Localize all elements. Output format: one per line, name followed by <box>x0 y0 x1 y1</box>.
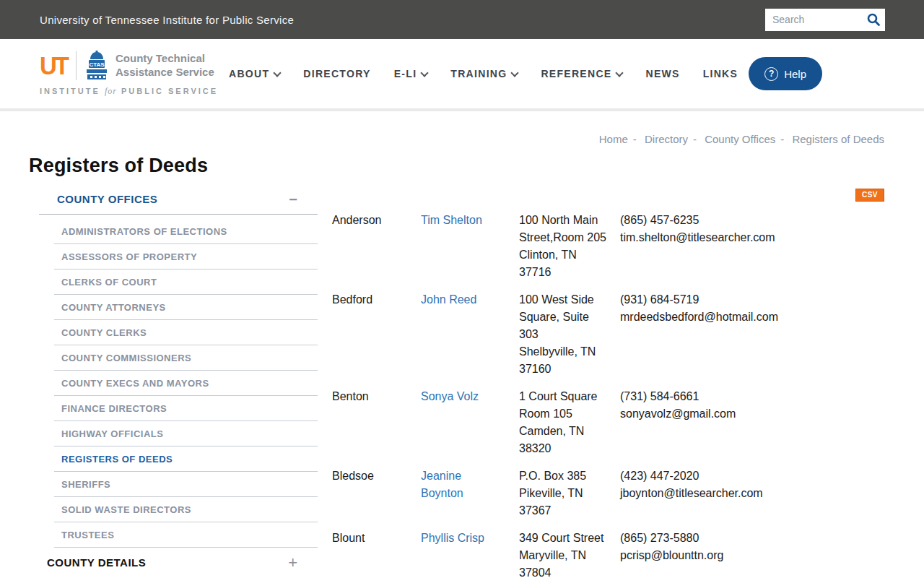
official-email: jboynton@titlesearcher.com <box>620 485 884 502</box>
sidebar-office-list: ADMINISTRATORS OF ELECTIONS ASSESSORS OF… <box>29 219 318 548</box>
nav-item[interactable]: REFERENCE <box>541 68 622 79</box>
official-contact: (865) 273-5880 pcrisp@blounttn.org <box>620 530 884 578</box>
official-contact: (731) 584-6661 sonyavolz@gmail.com <box>620 388 884 457</box>
official-phone: (865) 457-6235 <box>620 212 884 229</box>
search-input[interactable] <box>765 14 862 25</box>
official-cell: John Reed <box>421 291 519 378</box>
official-link[interactable]: Phyllis Crisp <box>421 530 484 547</box>
directory-panel: CSV Anderson Tim Shelton 100 North Main … <box>318 189 884 578</box>
breadcrumb-separator: - <box>693 133 697 145</box>
sidebar-item[interactable]: TRUSTEES <box>54 522 318 548</box>
ut-logo: UT <box>40 51 67 80</box>
help-label: Help <box>784 68 806 80</box>
sidebar-item[interactable]: COUNTY ATTORNEYS <box>54 295 318 320</box>
sidebar-item[interactable]: COUNTY EXECS AND MAYORS <box>54 371 318 396</box>
sidebar-item[interactable]: FINANCE DIRECTORS <box>54 396 318 421</box>
nav-item[interactable]: NEWS <box>645 68 679 79</box>
official-cell: Sonya Volz <box>421 388 519 457</box>
main-nav: ABOUT DIRECTORY E-LI TRAINING REFERENCE … <box>229 68 738 79</box>
county-details-label: COUNTY DETAILS <box>47 556 146 569</box>
svg-text:CTAS: CTAS <box>89 61 105 68</box>
nav-item[interactable]: DIRECTORY <box>303 68 370 79</box>
official-email: sonyavolz@gmail.com <box>620 405 884 423</box>
logo-org-name: County Technical Assistance Service <box>116 52 214 79</box>
breadcrumb-separator: - <box>780 133 784 145</box>
official-phone: (865) 273-5880 <box>620 530 884 547</box>
official-address: P.O. Box 385 Pikeville, TN 37367 <box>519 467 607 519</box>
csv-export-button[interactable]: CSV <box>855 189 884 202</box>
county-offices-label: COUNTY OFFICES <box>57 193 157 205</box>
county-name: Benton <box>332 388 421 457</box>
nav-item[interactable]: E-LI <box>394 68 428 79</box>
institute-tagline: INSTITUTE for PUBLIC SERVICE <box>40 86 218 97</box>
breadcrumb-link[interactable]: Directory <box>645 133 688 145</box>
official-link[interactable]: Jeanine Boynton <box>421 467 500 502</box>
directory-table: Anderson Tim Shelton 100 North Main Stre… <box>332 212 884 578</box>
official-phone: (423) 447-2020 <box>620 467 884 485</box>
breadcrumb-link[interactable]: Registers of Deeds <box>792 133 884 145</box>
county-name: Bedford <box>332 291 421 378</box>
main-header: UT CTAS County Technical Assi <box>0 39 924 108</box>
question-icon: ? <box>764 67 778 81</box>
utility-bar: University of Tennessee Institute for Pu… <box>0 0 924 39</box>
capitol-icon: CTAS <box>85 51 108 81</box>
official-contact: (865) 457-6235 tim.shelton@titlesearcher… <box>620 212 884 281</box>
page-content: Home- Directory- County Offices- Registe… <box>0 133 924 578</box>
official-contact: (931) 684-5719 mrdeedsbedford@hotmail.co… <box>620 291 884 378</box>
sidebar-item[interactable]: HIGHWAY OFFICIALS <box>54 421 318 447</box>
sidebar-item[interactable]: SHERIFFS <box>54 472 318 497</box>
official-cell: Jeanine Boynton <box>421 467 519 519</box>
official-address: 100 West Side Square, Suite 303 Shelbyvi… <box>519 291 607 378</box>
official-cell: Phyllis Crisp <box>421 530 519 578</box>
official-contact: (423) 447-2020 jboynton@titlesearcher.co… <box>620 467 884 519</box>
official-address: 100 North Main Street,Room 205 Clinton, … <box>519 212 607 281</box>
search-box[interactable] <box>765 9 885 31</box>
sidebar: COUNTY OFFICES − ADMINISTRATORS OF ELECT… <box>29 189 318 578</box>
sidebar-item[interactable]: ASSESSORS OF PROPERTY <box>54 244 318 269</box>
official-email: pcrisp@blounttn.org <box>620 547 884 564</box>
county-name: Anderson <box>332 212 421 281</box>
nav-item[interactable]: TRAINING <box>450 68 518 79</box>
county-name: Blount <box>332 530 421 578</box>
official-link[interactable]: Tim Shelton <box>421 212 482 229</box>
official-address: 349 Court Street Maryville, TN 37804 <box>519 530 607 578</box>
nav-item[interactable]: ABOUT <box>229 68 280 79</box>
expand-icon[interactable]: + <box>288 558 297 568</box>
site-title: University of Tennessee Institute for Pu… <box>40 14 294 26</box>
breadcrumb-link[interactable]: Home <box>599 133 628 145</box>
sidebar-item[interactable]: CLERKS OF COURT <box>54 269 318 295</box>
official-link[interactable]: John Reed <box>421 291 476 309</box>
breadcrumb-link[interactable]: County Offices <box>705 133 775 145</box>
official-email: tim.shelton@titlesearcher.com <box>620 229 884 246</box>
official-phone: (731) 584-6661 <box>620 388 884 405</box>
sidebar-item[interactable]: ADMINISTRATORS OF ELECTIONS <box>54 219 318 244</box>
official-link[interactable]: Sonya Volz <box>421 388 479 405</box>
official-phone: (931) 684-5719 <box>620 291 884 309</box>
search-icon <box>866 12 881 27</box>
breadcrumb: Home- Directory- County Offices- Registe… <box>29 133 884 145</box>
search-button[interactable] <box>862 9 885 31</box>
header-divider <box>0 108 924 111</box>
official-email: mrdeedsbedford@hotmail.com <box>620 309 884 326</box>
collapse-icon[interactable]: − <box>289 194 297 204</box>
sidebar-item[interactable]: SOLID WASTE DIRECTORS <box>54 497 318 522</box>
help-button[interactable]: ? Help <box>749 57 822 90</box>
page-title: Registers of Deeds <box>29 155 884 177</box>
county-name: Bledsoe <box>332 467 421 519</box>
official-address: 1 Court Square Room 105 Camden, TN 38320 <box>519 388 607 457</box>
sidebar-section-county-offices[interactable]: COUNTY OFFICES − <box>39 189 318 215</box>
logo-divider <box>76 51 77 80</box>
sidebar-item[interactable]: COUNTY CLERKS <box>54 320 318 345</box>
sidebar-section-county-details[interactable]: COUNTY DETAILS + <box>29 548 318 576</box>
sidebar-item[interactable]: REGISTERS OF DEEDS <box>54 447 318 472</box>
breadcrumb-separator: - <box>633 133 637 145</box>
official-cell: Tim Shelton <box>421 212 519 281</box>
ctas-logo[interactable]: UT CTAS County Technical Assi <box>40 51 218 97</box>
sidebar-item[interactable]: COUNTY COMMISSIONERS <box>54 345 318 371</box>
nav-item[interactable]: LINKS <box>703 68 738 79</box>
